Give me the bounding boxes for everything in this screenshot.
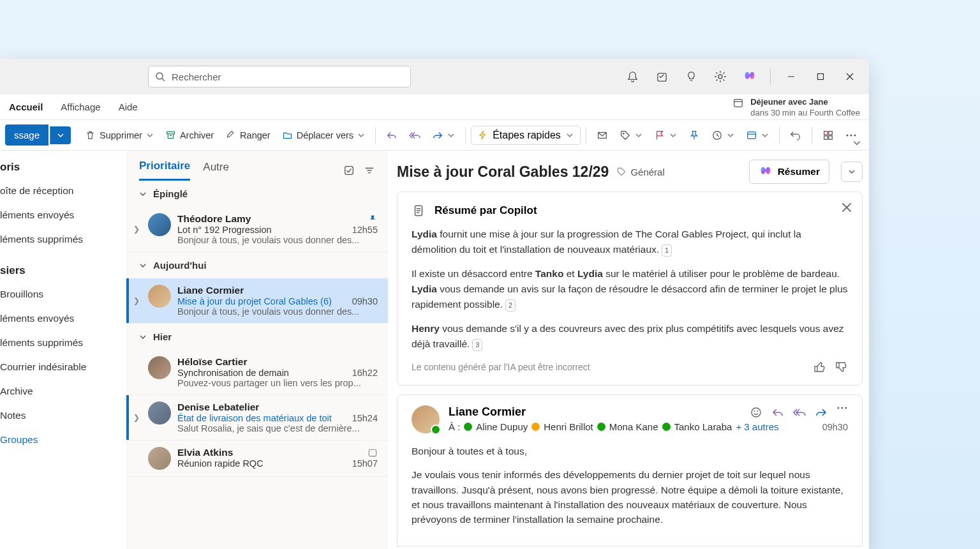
maximize-button[interactable] <box>806 64 835 89</box>
section-today[interactable]: Aujourd'hui <box>126 252 388 278</box>
sweep-button[interactable]: Ranger <box>220 126 276 144</box>
copilot-icon[interactable] <box>736 64 764 89</box>
emoji-icon[interactable] <box>750 406 762 419</box>
section-yesterday[interactable]: Hier <box>126 324 388 350</box>
snooze-button[interactable] <box>706 126 739 145</box>
message-subject: Mise à jour du projet Coral Gables (6) <box>177 296 332 306</box>
apps-button[interactable] <box>817 126 839 145</box>
message-preview: Bonjour à tous, je voulais vous donner d… <box>177 306 378 317</box>
print-button[interactable] <box>741 126 774 145</box>
recipient[interactable]: Henri Brillot <box>544 421 593 432</box>
tab-focused[interactable]: Prioritaire <box>139 160 190 181</box>
new-message-button[interactable]: ssage <box>5 124 48 146</box>
clipboard-icon <box>412 204 426 218</box>
reference-2[interactable]: 2 <box>505 299 516 312</box>
move-to-button[interactable]: Déplacer vers <box>277 126 370 144</box>
expand-icon[interactable]: ❯ <box>131 402 142 433</box>
pin-icon <box>688 130 700 141</box>
message-item[interactable]: Héloïse Cartier Synchronisation de demai… <box>126 350 388 395</box>
message-item[interactable]: ❯ Théodore Lamy Lot n° 192 Progression12… <box>126 207 388 252</box>
tag-button[interactable] <box>614 126 648 145</box>
menu-view[interactable]: Affichage <box>52 96 109 117</box>
message-item[interactable]: ❯ Denise Lebatelier État de livraison de… <box>126 395 388 440</box>
folder-junk[interactable]: Courrier indésirable <box>0 355 126 379</box>
quick-steps-button[interactable]: Étapes rapides <box>471 126 581 145</box>
folder-sent[interactable]: léments envoyés <box>0 203 126 227</box>
folder-deleted[interactable]: léments supprimés <box>0 227 126 252</box>
svg-point-31 <box>752 408 761 417</box>
message-subject: État de livraison des matériaux de toit <box>177 413 332 423</box>
more-actions-icon[interactable] <box>836 406 848 410</box>
folder-archive[interactable]: Archive <box>0 379 126 403</box>
message-list: Prioritaire Autre Épinglé ❯ Théodore Lam… <box>126 151 388 549</box>
tab-other[interactable]: Autre <box>203 161 229 180</box>
message-time: 15h07 <box>352 458 378 469</box>
presence-icon <box>531 423 540 431</box>
ellipsis-icon <box>845 133 857 137</box>
folder-drafts[interactable]: Brouillons <box>0 282 126 306</box>
read-unread-button[interactable] <box>591 126 613 145</box>
message-item[interactable]: Elvia Atkins Réunion rapide RQC15h07 <box>126 440 388 477</box>
chevron-down-icon <box>669 132 677 139</box>
tips-icon[interactable] <box>677 64 705 89</box>
notifications-icon[interactable] <box>618 64 646 89</box>
message-item-selected[interactable]: ❯ Liane Cormier Mise à jour du projet Co… <box>126 278 388 324</box>
message-from: Liane Cormier <box>177 285 244 296</box>
close-summary-button[interactable] <box>842 202 852 213</box>
thumbs-up-icon[interactable] <box>813 361 826 373</box>
section-pinned[interactable]: Épinglé <box>126 181 388 207</box>
reference-1[interactable]: 1 <box>662 244 672 257</box>
undo-button[interactable] <box>785 126 806 145</box>
recipient[interactable]: Aline Dupuy <box>476 421 528 432</box>
reply-button[interactable] <box>381 126 403 145</box>
titlebar: Rechercher <box>0 59 869 94</box>
folder-notes[interactable]: Notes <box>0 403 126 428</box>
svg-rect-18 <box>824 135 828 139</box>
more-recipients-link[interactable]: + 3 autres <box>736 421 778 432</box>
recipient[interactable]: Mona Kane <box>609 421 658 432</box>
folder-deleted2[interactable]: léments supprimés <box>0 331 126 355</box>
my-day-icon[interactable] <box>648 64 676 89</box>
flag-button[interactable] <box>649 126 682 145</box>
new-message-dropdown[interactable] <box>50 126 71 144</box>
forward-icon[interactable] <box>815 406 828 419</box>
category-badge[interactable]: Général <box>616 167 664 177</box>
menu-home[interactable]: Accueil <box>0 96 52 117</box>
settings-icon[interactable] <box>706 64 734 89</box>
summarize-button[interactable]: Résumer <box>749 160 829 184</box>
reply-icon[interactable] <box>771 406 784 419</box>
thumbs-down-icon[interactable] <box>835 361 848 373</box>
recipient[interactable]: Tanko Laraba <box>674 421 732 432</box>
favorites-header[interactable]: oris <box>0 156 126 179</box>
folder-sent2[interactable]: léments envoyés <box>0 306 126 331</box>
folder-inbox[interactable]: oîte de réception <box>0 179 126 203</box>
folders-header[interactable]: siers <box>0 259 126 282</box>
svg-line-1 <box>162 79 165 81</box>
sender-avatar[interactable] <box>412 405 440 433</box>
folder-move-icon <box>282 130 293 140</box>
reply-all-icon[interactable] <box>793 406 806 419</box>
delete-button[interactable]: Supprimer <box>80 126 159 144</box>
filter-icon[interactable] <box>364 165 375 176</box>
close-button[interactable] <box>836 64 864 89</box>
presence-available-icon <box>431 425 441 435</box>
to-label: À : <box>449 421 460 432</box>
svg-point-33 <box>757 410 759 412</box>
menu-help[interactable]: Aide <box>110 96 147 117</box>
minimize-button[interactable] <box>777 64 805 89</box>
pin-icon <box>368 214 378 224</box>
summarize-dropdown[interactable] <box>841 162 863 182</box>
calendar-reminder[interactable]: Déjeuner avec Jane dans 30 min au Fourth… <box>732 97 860 119</box>
ribbon-collapse[interactable] <box>852 139 861 147</box>
select-all-icon[interactable] <box>343 165 355 176</box>
expand-icon[interactable]: ❯ <box>131 285 142 317</box>
pin-button[interactable] <box>683 126 705 145</box>
reminder-sub: dans 30 min au Fourth Coffee <box>750 108 860 119</box>
search-input[interactable]: Rechercher <box>148 66 411 87</box>
expand-icon[interactable]: ❯ <box>131 213 142 245</box>
archive-button[interactable]: Archiver <box>160 126 219 144</box>
folder-groups[interactable]: Groupes <box>0 428 126 452</box>
reply-all-button[interactable] <box>404 126 426 145</box>
forward-button[interactable] <box>427 126 460 145</box>
reference-3[interactable]: 3 <box>472 339 482 351</box>
